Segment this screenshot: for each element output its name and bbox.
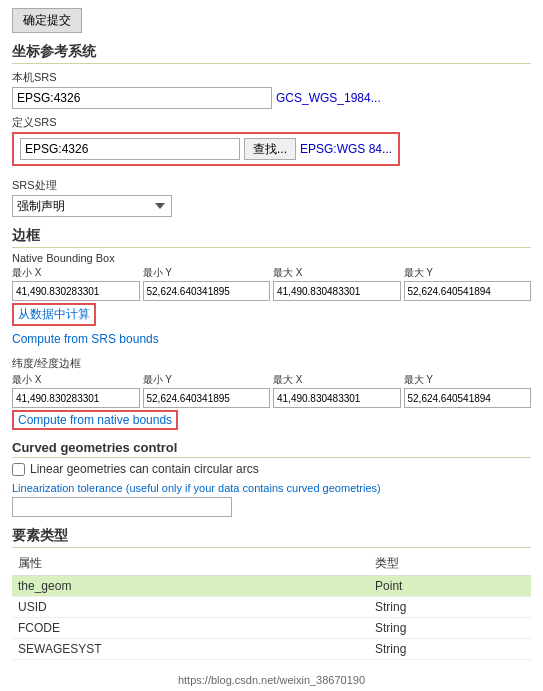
- define-srs-input[interactable]: [20, 138, 240, 160]
- native-maxx[interactable]: [273, 281, 401, 301]
- from-data-area: 从数据中计算: [12, 303, 531, 329]
- native-srs-row: GCS_WGS_1984...: [12, 87, 531, 109]
- from-data-link[interactable]: 从数据中计算: [18, 306, 90, 323]
- native-bbox-label: Native Bounding Box: [12, 252, 531, 264]
- native-col-0: 最小 X: [12, 266, 140, 280]
- table-row: FCODEString: [12, 618, 531, 639]
- curved-checkbox-row: Linear geometries can contain circular a…: [12, 462, 531, 476]
- curved-section: Curved geometries control Linear geometr…: [12, 440, 531, 517]
- compute-native-link[interactable]: Compute from native bounds: [18, 413, 172, 427]
- top-button-area: 确定提交: [12, 8, 531, 33]
- srs-process-row: 强制声明 重新投影 保持不变: [12, 195, 531, 217]
- feature-title: 要素类型: [12, 527, 531, 548]
- latlon-maxy[interactable]: [404, 388, 532, 408]
- find-button[interactable]: 查找...: [244, 138, 296, 160]
- feature-section: 要素类型 属性 类型 the_geomPointUSIDStringFCODES…: [12, 527, 531, 660]
- latlon-minx[interactable]: [12, 388, 140, 408]
- native-maxy[interactable]: [404, 281, 532, 301]
- tolerance-label: Linearization tolerance (useful only if …: [12, 482, 531, 494]
- define-srs-label: 定义SRS: [12, 115, 531, 130]
- tolerance-input[interactable]: [12, 497, 232, 517]
- define-srs-box: 查找... EPSG:WGS 84...: [12, 132, 400, 166]
- native-col-3: 最大 Y: [404, 266, 532, 280]
- table-row: the_geomPoint: [12, 576, 531, 597]
- srs-process-select[interactable]: 强制声明 重新投影 保持不变: [12, 195, 172, 217]
- coordinate-system-title: 坐标参考系统: [12, 43, 531, 64]
- type-cell: Point: [369, 576, 531, 597]
- property-cell: SEWAGESYST: [12, 639, 369, 660]
- coordinate-system-section: 坐标参考系统 本机SRS GCS_WGS_1984... 定义SRS 查找...…: [12, 43, 531, 217]
- submit-button[interactable]: 确定提交: [12, 8, 82, 33]
- native-col-1: 最小 Y: [143, 266, 271, 280]
- table-row: USIDString: [12, 597, 531, 618]
- type-cell: String: [369, 639, 531, 660]
- latlon-col-3: 最大 Y: [404, 373, 532, 387]
- latlon-col-2: 最大 X: [273, 373, 401, 387]
- bbox-title: 边框: [12, 227, 531, 248]
- native-srs-label: 本机SRS: [12, 70, 531, 85]
- latlon-maxx[interactable]: [273, 388, 401, 408]
- property-cell: FCODE: [12, 618, 369, 639]
- circular-arcs-label: Linear geometries can contain circular a…: [30, 462, 259, 476]
- watermark: https://blog.csdn.net/weixin_38670190: [178, 674, 365, 686]
- table-row: SEWAGESYSTString: [12, 639, 531, 660]
- native-miny[interactable]: [143, 281, 271, 301]
- native-bbox-grid: [12, 281, 531, 301]
- latlon-miny[interactable]: [143, 388, 271, 408]
- col-property: 属性: [12, 552, 369, 576]
- property-cell: USID: [12, 597, 369, 618]
- latlon-bbox-grid: [12, 388, 531, 408]
- curved-title: Curved geometries control: [12, 440, 531, 458]
- bbox-section: 边框 Native Bounding Box 最小 X 最小 Y 最大 X 最大…: [12, 227, 531, 430]
- compute-native-area: Compute from native bounds: [12, 410, 531, 430]
- latlon-col-0: 最小 X: [12, 373, 140, 387]
- native-srs-input[interactable]: [12, 87, 272, 109]
- feature-table-header: 属性 类型: [12, 552, 531, 576]
- srs-process-label: SRS处理: [12, 178, 531, 193]
- circular-arcs-checkbox[interactable]: [12, 463, 25, 476]
- feature-table: 属性 类型 the_geomPointUSIDStringFCODEString…: [12, 552, 531, 660]
- srs-link[interactable]: EPSG:WGS 84...: [300, 142, 392, 156]
- from-data-box: 从数据中计算: [12, 303, 96, 326]
- property-cell: the_geom: [12, 576, 369, 597]
- compute-srs-link[interactable]: Compute from SRS bounds: [12, 332, 159, 346]
- latlon-bbox-headers: 最小 X 最小 Y 最大 X 最大 Y: [12, 373, 531, 387]
- native-srs-link[interactable]: GCS_WGS_1984...: [276, 91, 381, 105]
- latlon-col-1: 最小 Y: [143, 373, 271, 387]
- col-type: 类型: [369, 552, 531, 576]
- type-cell: String: [369, 597, 531, 618]
- compute-srs-area: Compute from SRS bounds: [12, 332, 531, 350]
- type-cell: String: [369, 618, 531, 639]
- native-minx[interactable]: [12, 281, 140, 301]
- latlon-bbox-label: 纬度/经度边框: [12, 356, 531, 371]
- native-col-2: 最大 X: [273, 266, 401, 280]
- compute-native-box: Compute from native bounds: [12, 410, 178, 430]
- native-bbox-headers: 最小 X 最小 Y 最大 X 最大 Y: [12, 266, 531, 280]
